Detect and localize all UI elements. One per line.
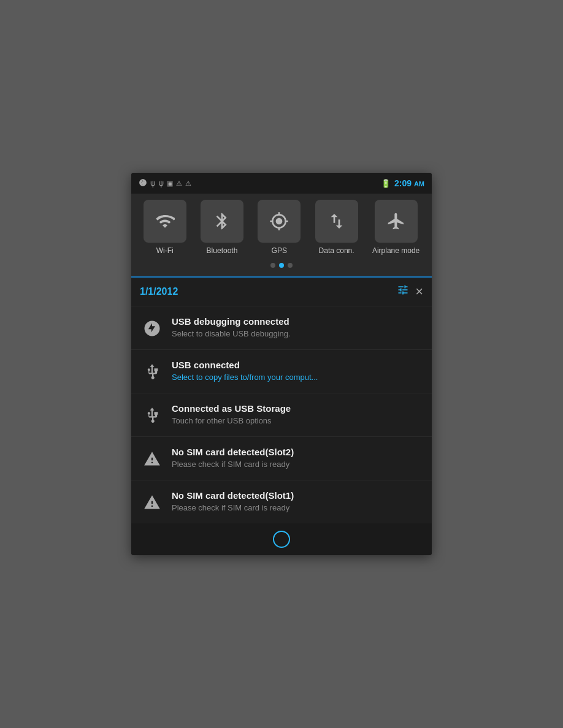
sim-slot1-icon — [141, 491, 163, 514]
notification-header: 1/1/2012 × — [131, 278, 432, 306]
notif-sim-slot2-desc: Please check if SIM card is ready — [172, 460, 422, 470]
notif-usb-debug-desc: Select to disable USB debugging. — [172, 329, 422, 339]
home-button[interactable] — [273, 531, 290, 548]
notif-usb-debug-title: USB debugging connected — [172, 316, 422, 327]
tile-gps[interactable]: GPS — [258, 200, 301, 255]
gps-tile-icon — [258, 200, 301, 243]
wifi-tile-icon — [144, 200, 186, 243]
notif-settings-icon[interactable] — [397, 284, 409, 299]
usb-icon2-status: ψ — [159, 179, 164, 188]
tile-airplane[interactable]: Airplane mode — [372, 200, 419, 255]
airplane-tile-icon — [375, 200, 418, 243]
notif-usb-storage-title: Connected as USB Storage — [172, 403, 422, 414]
bluetooth-tile-icon — [201, 200, 243, 243]
usb-storage-icon — [141, 404, 163, 427]
notif-sim-slot1-content: No SIM card detected(Slot1) Please check… — [172, 490, 422, 514]
notif-date: 1/1/2012 — [140, 286, 391, 297]
notif-sim-slot1-desc: Please check if SIM card is ready — [172, 503, 422, 514]
time-value: 2:09 — [394, 178, 412, 188]
sim-slot2-icon — [141, 448, 163, 470]
warn1-icon-status: ⚠ — [176, 180, 182, 188]
usb-icon-status: ψ — [150, 179, 156, 188]
tile-bluetooth[interactable]: Bluetooth — [201, 200, 243, 255]
gps-tile-label: GPS — [272, 246, 287, 255]
airplane-tile-label: Airplane mode — [372, 246, 419, 255]
bluetooth-tile-label: Bluetooth — [207, 246, 238, 255]
dot-3[interactable] — [288, 263, 293, 268]
notif-sim-slot2-title: No SIM card detected(Slot2) — [172, 447, 422, 457]
status-icons-left: ψ ψ ▣ ⚠ ⚠ — [139, 178, 191, 189]
dot-2[interactable] — [279, 263, 284, 268]
debug-icon — [139, 178, 147, 189]
notif-sim-slot2[interactable]: No SIM card detected(Slot2) Please check… — [131, 437, 432, 480]
notif-usb-storage-desc: Touch for other USB options — [172, 416, 422, 427]
status-right: 🔋 2:09 AM — [381, 178, 424, 188]
warn2-icon-status: ⚠ — [185, 180, 191, 188]
home-bar — [131, 523, 432, 555]
notifications-list: USB debugging connected Select to disabl… — [131, 306, 432, 523]
notif-sim-slot1[interactable]: No SIM card detected(Slot1) Please check… — [131, 480, 432, 523]
notif-usb-connected-title: USB connected — [172, 360, 422, 370]
notif-usb-debug[interactable]: USB debugging connected Select to disabl… — [131, 306, 432, 350]
quick-settings-panel: Wi-Fi Bluetooth GPS — [131, 194, 432, 277]
screen-icon-status: ▣ — [167, 180, 173, 188]
notif-sim-slot1-title: No SIM card detected(Slot1) — [172, 490, 422, 501]
tile-data[interactable]: Data conn. — [315, 200, 358, 255]
phone-screen: ψ ψ ▣ ⚠ ⚠ 🔋 2:09 AM Wi-Fi — [131, 173, 432, 555]
notif-close-button[interactable]: × — [415, 284, 423, 300]
tile-wifi[interactable]: Wi-Fi — [144, 200, 186, 255]
notif-sim-slot2-content: No SIM card detected(Slot2) Please check… — [172, 447, 422, 470]
pagination-dots — [136, 263, 427, 268]
data-tile-icon — [315, 200, 358, 243]
dot-1[interactable] — [270, 263, 275, 268]
notif-usb-storage-content: Connected as USB Storage Touch for other… — [172, 403, 422, 427]
wifi-tile-label: Wi-Fi — [156, 246, 174, 255]
notif-usb-connected-desc: Select to copy files to/from your comput… — [172, 373, 422, 383]
battery-icon: 🔋 — [381, 179, 391, 188]
status-bar: ψ ψ ▣ ⚠ ⚠ 🔋 2:09 AM — [131, 173, 432, 194]
usb-debug-icon — [141, 317, 163, 339]
quick-tiles-row: Wi-Fi Bluetooth GPS — [136, 200, 427, 255]
usb-connected-icon — [141, 361, 163, 383]
notif-usb-storage[interactable]: Connected as USB Storage Touch for other… — [131, 393, 432, 437]
notif-usb-connected-content: USB connected Select to copy files to/fr… — [172, 360, 422, 383]
notif-usb-debug-content: USB debugging connected Select to disabl… — [172, 316, 422, 339]
status-time: 2:09 AM — [394, 178, 424, 188]
ampm-value: AM — [414, 180, 424, 188]
notif-usb-connected[interactable]: USB connected Select to copy files to/fr… — [131, 350, 432, 393]
data-tile-label: Data conn. — [319, 246, 354, 255]
